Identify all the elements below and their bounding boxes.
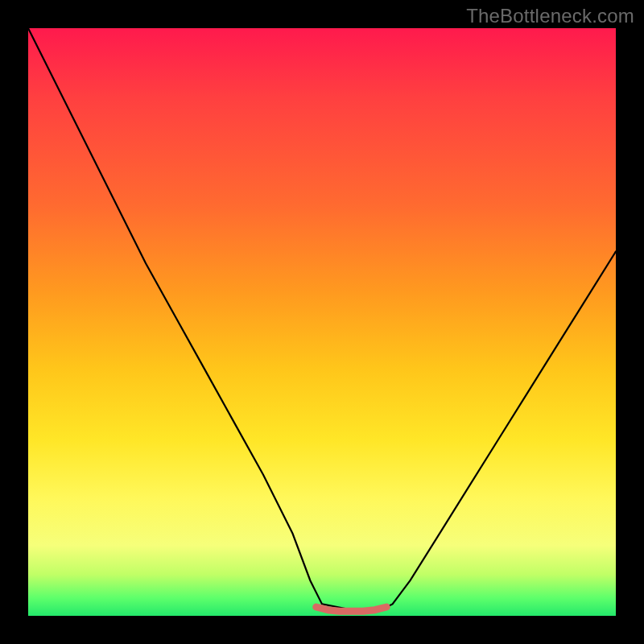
- chart-frame: TheBottleneck.com: [0, 0, 644, 644]
- curve-svg: [28, 28, 616, 616]
- flat-highlight-path: [316, 607, 387, 611]
- bottleneck-curve-path: [28, 28, 616, 610]
- watermark-text: TheBottleneck.com: [466, 5, 634, 27]
- plot-area: [28, 28, 616, 616]
